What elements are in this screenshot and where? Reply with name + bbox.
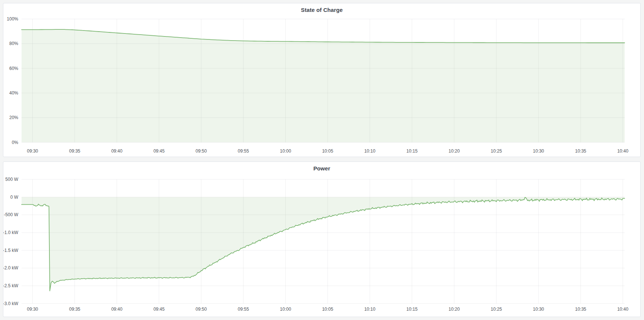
x-tick-label: 09:45 — [153, 148, 165, 154]
panel-title-power[interactable]: Power — [3, 162, 640, 175]
x-tick-label: 10:30 — [533, 148, 544, 154]
y-tick-label: -500 W — [4, 212, 18, 217]
y-tick-label: 20% — [9, 115, 18, 120]
x-tick-label: 09:30 — [27, 307, 38, 312]
panel-power: Power 500 W0 W-500 W-1.0 kW-1.5 kW-2.0 k… — [3, 161, 641, 317]
x-tick-label: 10:05 — [322, 148, 333, 154]
x-tick-label: 09:40 — [111, 148, 122, 154]
series-area — [22, 197, 625, 291]
x-tick-label: 10:00 — [280, 307, 291, 312]
x-tick-label: 09:55 — [238, 307, 249, 312]
panel-state-of-charge: State of Charge 100%80%60%40%20%0%09:300… — [3, 3, 641, 157]
series-area — [22, 29, 625, 142]
x-tick-label: 09:45 — [153, 307, 165, 312]
x-tick-label: 10:10 — [364, 148, 375, 154]
x-tick-label: 10:35 — [575, 307, 586, 312]
x-tick-label: 10:35 — [575, 148, 586, 154]
x-tick-label: 10:30 — [533, 307, 544, 312]
y-tick-label: 40% — [9, 90, 18, 96]
x-tick-label: 09:30 — [27, 148, 38, 154]
x-tick-label: 10:15 — [407, 148, 418, 154]
y-tick-label: -3.0 kW — [3, 301, 19, 306]
x-tick-label: 09:55 — [238, 148, 249, 154]
x-tick-label: 10:10 — [364, 307, 375, 312]
x-tick-label: 10:05 — [322, 307, 333, 312]
grafana-dashboard: { "page": { "background": "#f4f5f5", "pa… — [0, 0, 644, 320]
x-tick-label: 10:25 — [491, 148, 502, 154]
y-tick-label: 500 W — [5, 177, 18, 182]
y-tick-label: 0 W — [10, 195, 19, 200]
y-tick-label: 60% — [9, 66, 18, 71]
x-tick-label: 10:40 — [617, 148, 628, 154]
x-tick-label: 09:50 — [195, 148, 207, 154]
y-tick-label: -2.0 kW — [3, 265, 19, 271]
y-tick-label: 80% — [9, 41, 18, 46]
power-chart[interactable]: 500 W0 W-500 W-1.0 kW-1.5 kW-2.0 kW-2.5 … — [3, 162, 640, 317]
x-tick-label: 09:35 — [69, 307, 80, 312]
x-tick-label: 10:00 — [280, 148, 291, 154]
y-tick-label: -1.5 kW — [3, 248, 19, 253]
x-tick-label: 10:20 — [449, 307, 460, 312]
x-tick-label: 10:25 — [491, 307, 502, 312]
y-tick-label: 100% — [7, 16, 18, 22]
state-of-charge-chart[interactable]: 100%80%60%40%20%0%09:3009:3509:4009:4509… — [3, 3, 640, 157]
y-tick-label: 0% — [12, 140, 19, 145]
x-tick-label: 09:35 — [69, 148, 80, 154]
x-tick-label: 10:40 — [617, 307, 628, 312]
x-tick-label: 10:15 — [407, 307, 418, 312]
x-tick-label: 09:50 — [195, 307, 207, 312]
x-tick-label: 09:40 — [111, 307, 122, 312]
x-tick-label: 10:20 — [449, 148, 460, 154]
y-tick-label: -2.5 kW — [3, 283, 19, 288]
y-tick-label: -1.0 kW — [3, 230, 19, 235]
panel-title-state-of-charge[interactable]: State of Charge — [3, 3, 640, 16]
